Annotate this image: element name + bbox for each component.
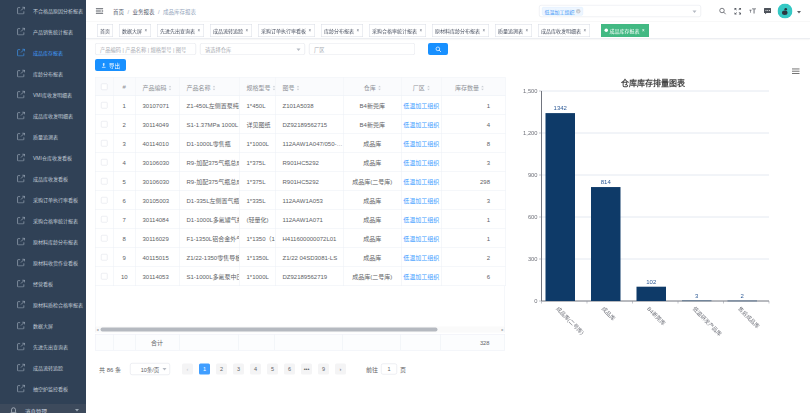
svg-text:仓库库存排量图表: 仓库库存排量图表 [620, 78, 686, 88]
svg-text:102: 102 [646, 279, 657, 285]
svg-text:0: 0 [534, 298, 537, 304]
svg-text:300: 300 [528, 256, 538, 262]
svg-text:低温研发产品库: 低温研发产品库 [691, 305, 724, 338]
svg-text:成品库: 成品库 [600, 305, 618, 323]
svg-text:1,500: 1,500 [523, 88, 537, 94]
svg-text:2: 2 [741, 293, 745, 299]
svg-text:成品库(二号库): 成品库(二号库) [554, 305, 586, 337]
svg-text:3: 3 [695, 293, 699, 299]
svg-text:B4新莞库: B4新莞库 [645, 305, 667, 327]
svg-text:900: 900 [528, 172, 538, 178]
svg-text:售后成品库: 售后成品库 [736, 305, 761, 330]
svg-text:1342: 1342 [554, 105, 568, 111]
svg-text:600: 600 [528, 214, 538, 220]
svg-text:814: 814 [601, 179, 612, 185]
svg-text:1,200: 1,200 [523, 130, 537, 136]
